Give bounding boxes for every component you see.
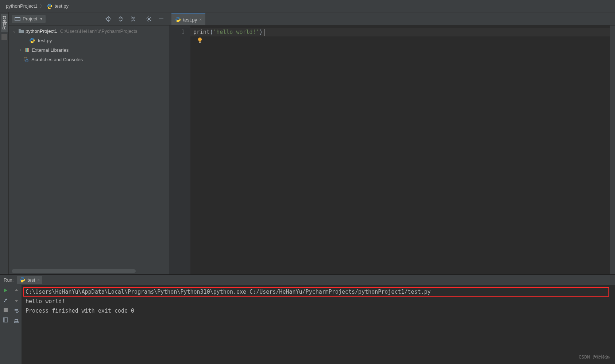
svg-rect-14 <box>199 42 201 43</box>
console-exit-line: Process finished with exit code 0 <box>26 306 611 316</box>
tree-root-name: pythonProject1 <box>26 28 57 34</box>
project-view-select[interactable]: Project ▼ <box>12 15 46 23</box>
svg-point-5 <box>108 18 109 19</box>
breadcrumb-project[interactable]: pythonProject1 <box>6 3 38 9</box>
run-tab[interactable]: test × <box>17 276 42 284</box>
soft-wrap-icon[interactable] <box>14 308 19 313</box>
libraries-icon <box>25 48 29 52</box>
left-tool-rail: Project <box>0 12 9 274</box>
python-file-icon <box>29 38 35 43</box>
code-close-paren: ) <box>259 29 263 35</box>
scroll-down-icon[interactable] <box>14 298 19 303</box>
run-panel-header: Run: test × <box>0 275 615 285</box>
svg-rect-3 <box>15 17 20 18</box>
breadcrumb: pythonProject1 〉 test.py <box>0 0 615 12</box>
editor-tabbar: test.py × <box>169 12 615 26</box>
python-file-icon <box>47 3 53 9</box>
code-open-paren: ( <box>210 29 213 35</box>
run-toolbar-primary <box>0 285 11 364</box>
breadcrumb-sep-icon: 〉 <box>40 3 45 9</box>
layout-icon[interactable] <box>3 317 8 322</box>
code-fn: print <box>193 29 210 35</box>
print-icon[interactable] <box>14 318 19 324</box>
tree-file-name: test.py <box>38 38 52 43</box>
tree-root-path: C:\Users\HeHanYu\PycharmProjects <box>60 28 138 34</box>
python-file-icon <box>19 277 25 283</box>
run-console[interactable]: C:\Users\HeHanYu\AppData\Local\Programs\… <box>22 285 615 364</box>
tree-external-libraries[interactable]: › External Libraries <box>9 45 169 55</box>
run-label: Run: <box>4 277 13 283</box>
project-view-label: Project <box>23 16 37 21</box>
rerun-icon[interactable] <box>3 288 8 293</box>
run-tab-name: test <box>27 277 35 283</box>
project-view-icon <box>15 16 20 22</box>
locate-icon[interactable] <box>104 14 113 24</box>
svg-point-16 <box>23 282 24 282</box>
python-file-icon <box>175 17 181 23</box>
tree-root[interactable]: ⌄ pythonProject1 C:\Users\HeHanYu\Pychar… <box>9 26 169 36</box>
svg-point-8 <box>31 38 31 39</box>
gutter-line-number: 1 <box>169 28 185 36</box>
breadcrumb-file[interactable]: test.py <box>55 3 69 9</box>
tool-stub-icon[interactable] <box>1 34 7 40</box>
code-editor[interactable]: 1 print('hello world!') <box>169 26 615 274</box>
expand-all-icon[interactable] <box>116 14 125 24</box>
stop-icon[interactable] <box>4 308 8 312</box>
project-pane: Project ▼ ⌄ pythonProject1 C:\Users\HeHa… <box>9 12 169 274</box>
tree-file[interactable]: test.py <box>9 36 169 45</box>
editor-right-scrollbar[interactable] <box>610 26 615 274</box>
project-tool-button[interactable]: Project <box>1 14 8 32</box>
svg-rect-7 <box>159 19 163 19</box>
close-run-tab-icon[interactable]: × <box>37 278 39 282</box>
scratches-icon <box>23 57 28 62</box>
code-content[interactable]: print('hello world!') <box>190 26 610 274</box>
editor-gutter: 1 <box>169 26 190 274</box>
close-tab-icon[interactable]: × <box>199 17 202 22</box>
svg-point-12 <box>177 17 177 18</box>
run-toolbar-secondary <box>11 285 22 364</box>
editor-cursor <box>264 29 264 36</box>
code-string: 'hello world!' <box>213 29 259 35</box>
svg-point-13 <box>179 21 179 22</box>
debug-config-icon[interactable] <box>3 298 8 303</box>
caret-down-icon[interactable]: ⌄ <box>12 29 17 33</box>
project-pane-header: Project ▼ <box>9 12 169 26</box>
svg-point-1 <box>50 8 51 8</box>
tree-horizontal-scrollbar[interactable] <box>12 269 136 273</box>
watermark: CSDN @郭怀远 <box>579 352 610 362</box>
run-panel: Run: test × <box>0 274 615 364</box>
hide-pane-icon[interactable] <box>156 14 166 24</box>
project-tree[interactable]: ⌄ pythonProject1 C:\Users\HeHanYu\Pychar… <box>9 26 169 274</box>
svg-point-9 <box>33 42 34 43</box>
svg-point-0 <box>48 4 49 4</box>
folder-icon <box>18 28 24 34</box>
svg-point-15 <box>21 278 22 278</box>
editor-tab[interactable]: test.py × <box>171 13 205 25</box>
chevron-down-icon: ▼ <box>39 17 43 21</box>
tree-scratches[interactable]: Scratches and Consoles <box>9 55 169 64</box>
scroll-up-icon[interactable] <box>14 288 19 293</box>
editor-area: test.py × 1 print('hello world!') <box>169 12 615 274</box>
scratches-label: Scratches and Consoles <box>31 57 83 62</box>
collapse-all-icon[interactable] <box>128 14 138 24</box>
console-cmd-line: C:\Users\HeHanYu\AppData\Local\Programs\… <box>26 287 611 297</box>
console-output-line: hello world! <box>26 297 611 306</box>
caret-right-icon[interactable]: › <box>18 48 23 52</box>
editor-tab-name: test.py <box>183 17 197 23</box>
svg-point-6 <box>148 18 150 20</box>
svg-rect-18 <box>3 318 5 322</box>
intention-bulb-icon[interactable] <box>197 37 203 43</box>
external-libraries-label: External Libraries <box>32 47 69 53</box>
settings-gear-icon[interactable] <box>144 14 154 24</box>
